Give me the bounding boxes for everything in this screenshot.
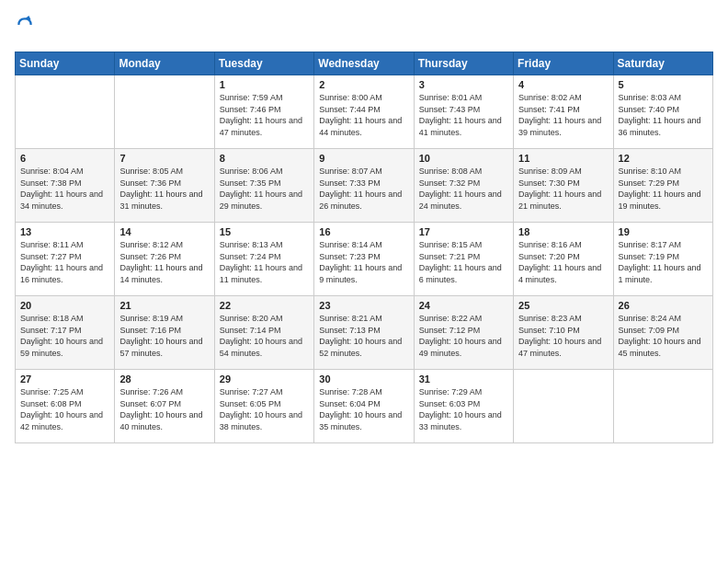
- day-number: 27: [20, 373, 109, 385]
- day-info: Sunrise: 8:06 AM Sunset: 7:35 PM Dayligh…: [220, 166, 309, 212]
- calendar-cell: 16Sunrise: 8:14 AM Sunset: 7:23 PM Dayli…: [314, 223, 414, 296]
- day-info: Sunrise: 8:13 AM Sunset: 7:24 PM Dayligh…: [220, 239, 309, 285]
- week-row-5: 27Sunrise: 7:25 AM Sunset: 6:08 PM Dayli…: [16, 370, 713, 443]
- day-number: 29: [220, 373, 309, 385]
- day-info: Sunrise: 8:23 AM Sunset: 7:10 PM Dayligh…: [518, 313, 608, 359]
- day-info: Sunrise: 7:29 AM Sunset: 6:03 PM Dayligh…: [419, 386, 508, 432]
- calendar-cell: 2Sunrise: 8:00 AM Sunset: 7:44 PM Daylig…: [314, 75, 414, 149]
- weekday-header-friday: Friday: [514, 52, 613, 75]
- day-info: Sunrise: 8:21 AM Sunset: 7:13 PM Dayligh…: [319, 313, 408, 359]
- day-info: Sunrise: 8:03 AM Sunset: 7:40 PM Dayligh…: [619, 92, 708, 138]
- day-number: 10: [419, 153, 508, 164]
- calendar-cell: 18Sunrise: 8:16 AM Sunset: 7:20 PM Dayli…: [514, 223, 613, 296]
- day-info: Sunrise: 8:12 AM Sunset: 7:26 PM Dayligh…: [119, 239, 209, 285]
- day-info: Sunrise: 7:25 AM Sunset: 6:08 PM Dayligh…: [20, 386, 109, 432]
- day-number: 9: [319, 153, 408, 164]
- day-number: 13: [20, 226, 109, 237]
- week-row-2: 6Sunrise: 8:04 AM Sunset: 7:38 PM Daylig…: [16, 149, 713, 223]
- calendar-cell: 13Sunrise: 8:11 AM Sunset: 7:27 PM Dayli…: [16, 223, 115, 296]
- calendar-cell: 5Sunrise: 8:03 AM Sunset: 7:40 PM Daylig…: [613, 75, 712, 149]
- day-number: 26: [619, 300, 708, 311]
- day-number: 3: [419, 79, 508, 90]
- day-info: Sunrise: 8:22 AM Sunset: 7:12 PM Dayligh…: [419, 313, 508, 359]
- calendar-cell: 12Sunrise: 8:10 AM Sunset: 7:29 PM Dayli…: [613, 149, 712, 223]
- day-number: 25: [518, 300, 608, 311]
- day-number: 20: [20, 300, 109, 311]
- day-info: Sunrise: 8:15 AM Sunset: 7:21 PM Dayligh…: [419, 239, 508, 285]
- calendar-cell: 22Sunrise: 8:20 AM Sunset: 7:14 PM Dayli…: [214, 296, 313, 370]
- weekday-header-thursday: Thursday: [414, 52, 513, 75]
- calendar-cell: 23Sunrise: 8:21 AM Sunset: 7:13 PM Dayli…: [314, 296, 414, 370]
- weekday-header-tuesday: Tuesday: [214, 52, 313, 75]
- calendar-cell: 3Sunrise: 8:01 AM Sunset: 7:43 PM Daylig…: [414, 75, 513, 149]
- calendar-table: SundayMondayTuesdayWednesdayThursdayFrid…: [15, 52, 713, 443]
- day-number: 7: [119, 153, 209, 164]
- calendar-cell: 30Sunrise: 7:28 AM Sunset: 6:04 PM Dayli…: [314, 370, 414, 443]
- day-number: 4: [518, 79, 608, 90]
- calendar-cell: 31Sunrise: 7:29 AM Sunset: 6:03 PM Dayli…: [414, 370, 513, 443]
- calendar-cell: 14Sunrise: 8:12 AM Sunset: 7:26 PM Dayli…: [115, 223, 214, 296]
- calendar-cell: 27Sunrise: 7:25 AM Sunset: 6:08 PM Dayli…: [16, 370, 115, 443]
- day-info: Sunrise: 8:09 AM Sunset: 7:30 PM Dayligh…: [518, 166, 608, 212]
- day-info: Sunrise: 7:59 AM Sunset: 7:46 PM Dayligh…: [220, 92, 309, 138]
- day-info: Sunrise: 8:16 AM Sunset: 7:20 PM Dayligh…: [518, 239, 608, 285]
- calendar-cell: 6Sunrise: 8:04 AM Sunset: 7:38 PM Daylig…: [16, 149, 115, 223]
- day-number: 6: [20, 153, 109, 164]
- weekday-header-saturday: Saturday: [613, 52, 712, 75]
- day-number: 8: [220, 153, 309, 164]
- day-info: Sunrise: 7:27 AM Sunset: 6:05 PM Dayligh…: [220, 386, 309, 432]
- day-number: 15: [220, 226, 309, 237]
- day-number: 2: [319, 79, 408, 90]
- day-number: 23: [319, 300, 408, 311]
- day-number: 1: [220, 79, 309, 90]
- week-row-1: 1Sunrise: 7:59 AM Sunset: 7:46 PM Daylig…: [16, 75, 713, 149]
- calendar-cell: 7Sunrise: 8:05 AM Sunset: 7:36 PM Daylig…: [115, 149, 214, 223]
- calendar-cell: 19Sunrise: 8:17 AM Sunset: 7:19 PM Dayli…: [613, 223, 712, 296]
- day-number: 28: [119, 373, 209, 385]
- day-info: Sunrise: 8:10 AM Sunset: 7:29 PM Dayligh…: [619, 166, 708, 212]
- day-info: Sunrise: 8:14 AM Sunset: 7:23 PM Dayligh…: [319, 239, 408, 285]
- day-number: 21: [119, 300, 209, 311]
- day-info: Sunrise: 8:00 AM Sunset: 7:44 PM Dayligh…: [319, 92, 408, 138]
- day-number: 5: [619, 79, 708, 90]
- week-row-4: 20Sunrise: 8:18 AM Sunset: 7:17 PM Dayli…: [16, 296, 713, 370]
- calendar-cell: [514, 370, 613, 443]
- day-number: 18: [518, 226, 608, 237]
- logo-icon: [15, 15, 35, 35]
- day-number: 22: [220, 300, 309, 311]
- day-info: Sunrise: 8:05 AM Sunset: 7:36 PM Dayligh…: [119, 166, 209, 212]
- day-number: 12: [619, 153, 708, 164]
- weekday-header-monday: Monday: [115, 52, 214, 75]
- day-info: Sunrise: 8:11 AM Sunset: 7:27 PM Dayligh…: [20, 239, 109, 285]
- weekday-header-sunday: Sunday: [16, 52, 115, 75]
- calendar-cell: 28Sunrise: 7:26 AM Sunset: 6:07 PM Dayli…: [115, 370, 214, 443]
- calendar-cell: 20Sunrise: 8:18 AM Sunset: 7:17 PM Dayli…: [16, 296, 115, 370]
- day-number: 14: [119, 226, 209, 237]
- calendar-cell: 26Sunrise: 8:24 AM Sunset: 7:09 PM Dayli…: [613, 296, 712, 370]
- day-info: Sunrise: 7:28 AM Sunset: 6:04 PM Dayligh…: [319, 386, 408, 432]
- day-number: 16: [319, 226, 408, 237]
- calendar-cell: 9Sunrise: 8:07 AM Sunset: 7:33 PM Daylig…: [314, 149, 414, 223]
- calendar-cell: 25Sunrise: 8:23 AM Sunset: 7:10 PM Dayli…: [514, 296, 613, 370]
- logo: [15, 15, 35, 40]
- day-number: 17: [419, 226, 508, 237]
- calendar-cell: 10Sunrise: 8:08 AM Sunset: 7:32 PM Dayli…: [414, 149, 513, 223]
- day-number: 31: [419, 373, 508, 385]
- day-number: 30: [319, 373, 408, 385]
- day-info: Sunrise: 8:07 AM Sunset: 7:33 PM Dayligh…: [319, 166, 408, 212]
- weekday-header-row: SundayMondayTuesdayWednesdayThursdayFrid…: [16, 52, 713, 75]
- day-info: Sunrise: 8:02 AM Sunset: 7:41 PM Dayligh…: [518, 92, 608, 138]
- day-number: 24: [419, 300, 508, 311]
- calendar-cell: [16, 75, 115, 149]
- day-info: Sunrise: 8:18 AM Sunset: 7:17 PM Dayligh…: [20, 313, 109, 359]
- week-row-3: 13Sunrise: 8:11 AM Sunset: 7:27 PM Dayli…: [16, 223, 713, 296]
- day-info: Sunrise: 8:01 AM Sunset: 7:43 PM Dayligh…: [419, 92, 508, 138]
- day-info: Sunrise: 7:26 AM Sunset: 6:07 PM Dayligh…: [119, 386, 209, 432]
- day-number: 11: [518, 153, 608, 164]
- calendar-cell: 21Sunrise: 8:19 AM Sunset: 7:16 PM Dayli…: [115, 296, 214, 370]
- day-info: Sunrise: 8:24 AM Sunset: 7:09 PM Dayligh…: [619, 313, 708, 359]
- calendar-cell: 29Sunrise: 7:27 AM Sunset: 6:05 PM Dayli…: [214, 370, 313, 443]
- calendar-cell: [115, 75, 214, 149]
- calendar-cell: 4Sunrise: 8:02 AM Sunset: 7:41 PM Daylig…: [514, 75, 613, 149]
- weekday-header-wednesday: Wednesday: [314, 52, 414, 75]
